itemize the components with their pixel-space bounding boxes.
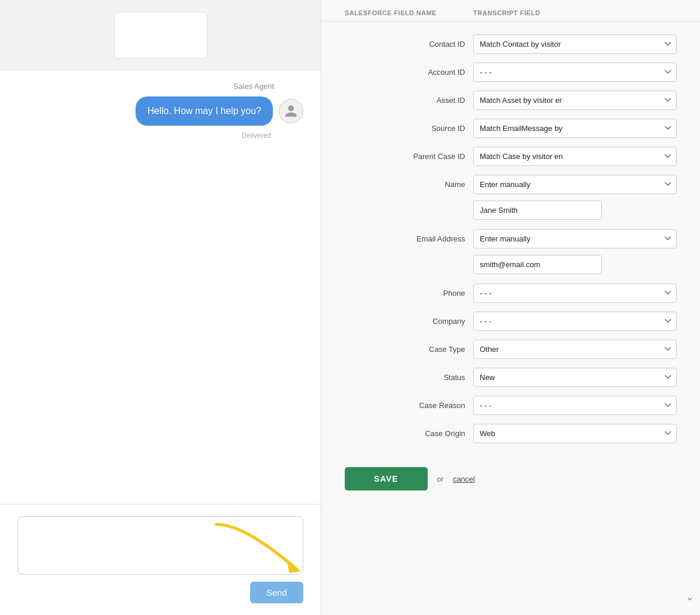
- form-body: Contact ID Match Contact by visitor Ente…: [321, 22, 700, 458]
- asset-id-row: Asset ID Match Asset by visitor er Enter…: [345, 87, 677, 113]
- phone-label: Phone: [345, 289, 473, 298]
- chat-top-placeholder: [114, 12, 207, 58]
- transcript-field-header: TRANSCRIPT FIELD: [473, 9, 677, 16]
- case-reason-label: Case Reason: [345, 401, 473, 410]
- email-address-label: Email Address: [345, 234, 473, 243]
- scroll-down-indicator: ⌄: [685, 590, 694, 603]
- parent-case-id-label: Parent Case ID: [345, 152, 473, 161]
- source-id-select[interactable]: Match EmailMessage by Enter manually - -…: [473, 119, 677, 138]
- status-label: Status: [345, 373, 473, 382]
- account-id-label: Account ID: [345, 68, 473, 77]
- form-footer: SAVE or cancel: [321, 458, 700, 500]
- name-row: Name Enter manually - - -: [345, 171, 677, 197]
- company-select[interactable]: - - - Enter manually: [473, 312, 677, 331]
- company-row: Company - - - Enter manually: [345, 308, 677, 334]
- name-input[interactable]: [473, 201, 602, 220]
- source-id-row: Source ID Match EmailMessage by Enter ma…: [345, 115, 677, 141]
- case-reason-row: Case Reason - - - Installation User Educ…: [345, 392, 677, 418]
- name-label: Name: [345, 180, 473, 189]
- status-select[interactable]: New Working Escalated Closed: [473, 368, 677, 387]
- asset-id-select[interactable]: Match Asset by visitor er Enter manually…: [473, 91, 677, 110]
- asset-id-label: Asset ID: [345, 96, 473, 105]
- form-header: SALESFORCE FIELD NAME TRANSCRIPT FIELD: [321, 0, 700, 22]
- salesforce-field-header: SALESFORCE FIELD NAME: [345, 9, 473, 16]
- contact-id-row: Contact ID Match Contact by visitor Ente…: [345, 31, 677, 57]
- phone-select[interactable]: - - - Enter manually: [473, 284, 677, 303]
- case-type-row: Case Type Other Question Problem Feature…: [345, 336, 677, 362]
- message-bubble: Hello. How may I help you?: [136, 96, 273, 126]
- message-row: Hello. How may I help you?: [18, 96, 303, 126]
- or-label: or: [437, 475, 444, 483]
- parent-case-id-select[interactable]: Match Case by visitor en Enter manually …: [473, 147, 677, 166]
- delivered-label: Delivered: [18, 132, 271, 140]
- agent-label: Sales Agent: [18, 82, 274, 91]
- email-input-row: [345, 254, 677, 278]
- email-input[interactable]: [473, 255, 602, 274]
- chat-input[interactable]: [18, 516, 303, 575]
- avatar: [279, 99, 303, 123]
- case-origin-row: Case Origin Web Phone Email: [345, 420, 677, 446]
- cancel-button[interactable]: cancel: [453, 475, 475, 483]
- chat-panel: Sales Agent Hello. How may I help you? D…: [0, 0, 321, 615]
- status-row: Status New Working Escalated Closed: [345, 364, 677, 390]
- source-id-label: Source ID: [345, 124, 473, 133]
- chat-messages: Sales Agent Hello. How may I help you? D…: [0, 70, 321, 504]
- name-input-row: [345, 199, 677, 223]
- company-label: Company: [345, 317, 473, 326]
- chat-top-bar: [0, 0, 321, 70]
- case-origin-select[interactable]: Web Phone Email: [473, 424, 677, 443]
- email-address-row: Email Address Enter manually - - -: [345, 226, 677, 251]
- contact-id-select[interactable]: Match Contact by visitor Enter manually …: [473, 34, 677, 54]
- chat-input-area: Send: [0, 504, 321, 615]
- account-id-select[interactable]: - - - Enter manually Match Account by vi…: [473, 63, 677, 82]
- save-button[interactable]: SAVE: [345, 467, 428, 490]
- name-select[interactable]: Enter manually - - -: [473, 175, 677, 194]
- send-button[interactable]: Send: [250, 582, 303, 603]
- email-address-select[interactable]: Enter manually - - -: [473, 229, 677, 248]
- case-type-label: Case Type: [345, 345, 473, 354]
- phone-row: Phone - - - Enter manually: [345, 280, 677, 306]
- contact-id-label: Contact ID: [345, 40, 473, 49]
- case-type-select[interactable]: Other Question Problem Feature Request: [473, 340, 677, 359]
- form-panel: SALESFORCE FIELD NAME TRANSCRIPT FIELD C…: [321, 0, 700, 615]
- account-id-row: Account ID - - - Enter manually Match Ac…: [345, 59, 677, 85]
- case-origin-label: Case Origin: [345, 429, 473, 438]
- person-icon: [284, 104, 298, 118]
- parent-case-id-row: Parent Case ID Match Case by visitor en …: [345, 143, 677, 169]
- case-reason-select[interactable]: - - - Installation User Education Perfor…: [473, 396, 677, 415]
